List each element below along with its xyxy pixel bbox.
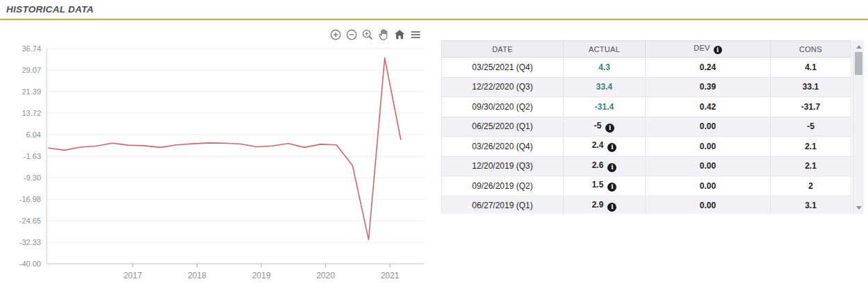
box-zoom-icon[interactable] [361,28,375,41]
y-tick-label: -1.63 [24,152,41,160]
zoom-out-icon[interactable] [345,28,359,41]
cell-date: 03/25/2021 (Q4) [442,58,564,78]
historical-table: DATE ACTUAL DEVi CONS 03/25/2021 (Q4)4.3… [441,40,864,214]
table-header-row: DATE ACTUAL DEVi CONS [442,41,851,58]
historical-chart-canvas[interactable]: 36.7429.0721.3913.726.04-1.63-9.30-16.98… [0,26,431,287]
y-tick-label: -40.00 [19,260,41,268]
y-tick-label: -9.30 [24,174,41,182]
scrollbar-thumb[interactable] [855,52,862,75]
column-header-actual[interactable]: ACTUAL [564,41,646,58]
cell-dev: 0.00 [646,137,771,157]
cell-actual: 4.3 [564,58,646,78]
scroll-down-icon[interactable] [853,203,864,212]
cell-cons: 4.1 [771,58,851,78]
table-row[interactable]: 03/26/2020 (Q4)2.4i0.002.1 [442,137,851,157]
cell-date: 12/20/2019 (Q3) [442,156,564,176]
table-row[interactable]: 09/30/2020 (Q2)-31.40.42-31.7 [442,97,851,117]
info-icon[interactable]: i [714,46,722,54]
pan-icon[interactable] [377,28,391,41]
actual-value: 4.3 [598,62,610,72]
cell-dev: 0.39 [646,77,771,97]
actual-value: 2.9 [592,200,604,210]
cell-actual: -31.4 [564,97,646,117]
y-tick-label: 21.39 [22,87,41,96]
chart-toolbar [329,28,423,41]
actual-value: 2.4 [592,140,604,150]
actual-series-line [49,58,401,240]
y-tick-label: 29.07 [22,66,41,74]
table-row[interactable]: 12/20/2019 (Q3)2.6i0.002.1 [442,156,851,176]
cell-date: 03/26/2020 (Q4) [442,137,564,157]
cell-cons: 33.1 [771,77,851,97]
cell-cons: -5 [771,117,851,137]
y-tick-label: -32.33 [19,238,41,246]
cell-actual: 2.9i [564,196,646,214]
cell-cons: 2 [771,176,851,196]
x-tick-label: 2019 [252,271,271,280]
info-icon[interactable]: i [607,183,616,192]
cell-dev: 0.00 [646,176,771,196]
cell-date: 12/22/2020 (Q3) [442,77,564,97]
cell-actual: -5i [564,117,646,137]
zoom-in-icon[interactable] [329,28,343,41]
historical-data-table: DATE ACTUAL DEVi CONS 03/25/2021 (Q4)4.3… [441,40,851,214]
actual-value: -5 [594,121,602,130]
cell-dev: 0.00 [646,156,771,176]
info-icon[interactable]: i [605,124,614,133]
y-tick-label: -24.65 [19,217,41,225]
table-row[interactable]: 09/26/2019 (Q2)1.5i0.002 [442,176,851,196]
table-scrollbar[interactable] [853,40,864,214]
actual-value: 2.6 [592,160,604,170]
cell-cons: -31.7 [771,97,851,117]
y-tick-label: 6.04 [26,130,41,139]
cell-date: 06/27/2019 (Q1) [442,196,564,214]
table-row[interactable]: 06/25/2020 (Q1)-5i0.00-5 [442,117,851,137]
column-header-dev-label: DEV [694,44,710,52]
column-header-date-label: DATE [492,45,513,53]
y-tick-label: 36.74 [22,44,41,53]
cell-dev: 0.24 [646,58,771,78]
info-icon[interactable]: i [607,163,616,172]
x-tick-label: 2021 [381,271,400,280]
actual-value: 1.5 [592,180,604,189]
section-divider [0,19,868,20]
column-header-dev[interactable]: DEVi [646,41,771,58]
scroll-up-icon[interactable] [853,42,864,51]
cell-actual: 2.6i [564,156,646,176]
x-tick-label: 2017 [124,271,142,280]
y-tick-label: -16.98 [19,195,41,203]
historical-chart: 36.7429.0721.3913.726.04-1.63-9.30-16.98… [0,26,431,287]
info-icon[interactable]: i [607,203,616,212]
column-header-cons-label: CONS [799,45,822,53]
x-tick-label: 2018 [188,271,206,280]
table-row[interactable]: 12/22/2020 (Q3)33.40.3933.1 [442,77,851,97]
cell-actual: 33.4 [564,77,646,97]
section-title: HISTORICAL DATA [6,4,94,15]
cell-date: 09/26/2019 (Q2) [442,176,564,196]
cell-cons: 2.1 [771,156,851,176]
table-row[interactable]: 06/27/2019 (Q1)2.9i0.003.1 [442,196,851,214]
cell-cons: 2.1 [771,137,851,157]
home-icon[interactable] [393,28,407,41]
column-header-cons[interactable]: CONS [771,41,851,58]
x-tick-label: 2020 [316,271,335,280]
column-header-actual-label: ACTUAL [589,45,620,53]
cell-date: 06/25/2020 (Q1) [442,117,564,137]
y-tick-label: 13.72 [22,109,41,117]
cell-dev: 0.00 [646,117,771,137]
cell-dev: 0.00 [646,196,771,214]
cell-dev: 0.42 [646,97,771,117]
info-icon[interactable]: i [607,143,616,152]
cell-actual: 1.5i [564,176,646,196]
actual-value: -31.4 [595,102,614,112]
historical-data-section: HISTORICAL DATA 36.7429.0721.3913.726.04… [0,0,868,295]
cell-cons: 3.1 [771,196,851,214]
cell-date: 09/30/2020 (Q2) [442,97,564,117]
actual-value: 33.4 [596,82,612,92]
cell-actual: 2.4i [564,137,646,157]
column-header-date[interactable]: DATE [442,41,564,58]
table-row[interactable]: 03/25/2021 (Q4)4.30.244.1 [442,58,851,78]
menu-icon[interactable] [409,28,423,41]
